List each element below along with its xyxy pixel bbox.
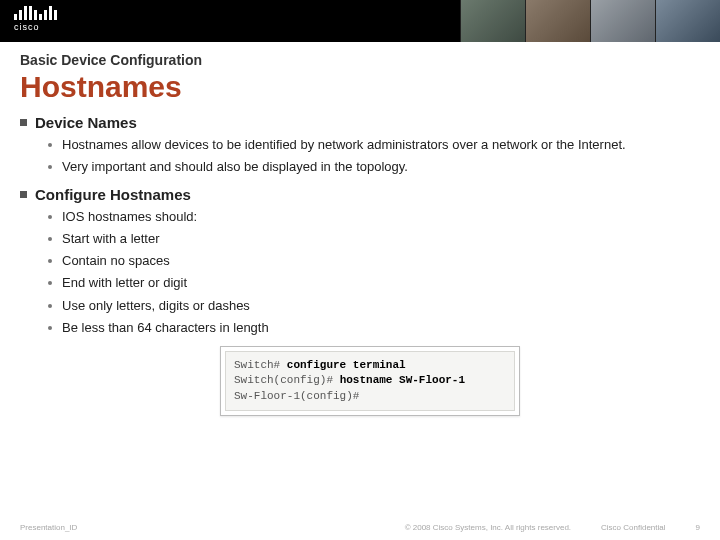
list-item: End with letter or digit	[48, 275, 700, 291]
slide-kicker: Basic Device Configuration	[20, 52, 700, 68]
list-text: IOS hostnames should:	[62, 209, 197, 225]
footer-copyright: © 2008 Cisco Systems, Inc. All rights re…	[405, 523, 571, 532]
section-heading-row: Configure Hostnames	[20, 186, 700, 203]
section-heading-row: Device Names	[20, 114, 700, 131]
term-cmd: configure terminal	[287, 359, 406, 371]
bullet-icon	[48, 326, 52, 330]
term-prompt: Switch(config)#	[234, 374, 340, 386]
bullet-icon	[48, 143, 52, 147]
bullet-icon	[48, 165, 52, 169]
bullet-icon	[48, 237, 52, 241]
square-bullet-icon	[20, 119, 27, 126]
terminal-output: Switch# configure terminal Switch(config…	[225, 351, 515, 411]
logo-bars-icon	[14, 4, 57, 20]
list-text: End with letter or digit	[62, 275, 187, 291]
list-text: Be less than 64 characters in length	[62, 320, 269, 336]
terminal-box: Switch# configure terminal Switch(config…	[220, 346, 520, 416]
list-text: Start with a letter	[62, 231, 160, 247]
term-prompt: Switch#	[234, 359, 287, 371]
list-text: Use only letters, digits or dashes	[62, 298, 250, 314]
square-bullet-icon	[20, 191, 27, 198]
footer-confidential: Cisco Confidential	[601, 523, 665, 532]
list-item: Be less than 64 characters in length	[48, 320, 700, 336]
list-item: Contain no spaces	[48, 253, 700, 269]
banner-photo-strip	[460, 0, 720, 42]
sub-list: Hostnames allow devices to be identified…	[48, 137, 700, 176]
bullet-icon	[48, 281, 52, 285]
slide-content: Basic Device Configuration Hostnames Dev…	[0, 42, 720, 416]
page-number: 9	[696, 523, 700, 532]
list-item: Start with a letter	[48, 231, 700, 247]
list-text: Contain no spaces	[62, 253, 170, 269]
sub-list: IOS hostnames should: Start with a lette…	[48, 209, 700, 337]
section-title: Device Names	[35, 114, 137, 131]
footer-left: Presentation_ID	[20, 523, 77, 532]
bullet-icon	[48, 215, 52, 219]
cisco-logo: cisco	[14, 4, 57, 32]
slide-title: Hostnames	[20, 70, 700, 104]
bullet-icon	[48, 259, 52, 263]
term-cmd: hostname SW-Floor-1	[340, 374, 465, 386]
list-text: Hostnames allow devices to be identified…	[62, 137, 626, 153]
slide-footer: Presentation_ID © 2008 Cisco Systems, In…	[0, 523, 720, 532]
logo-text: cisco	[14, 22, 57, 32]
term-prompt: Sw-Floor-1(config)#	[234, 390, 359, 402]
bullet-icon	[48, 304, 52, 308]
list-item: IOS hostnames should:	[48, 209, 700, 225]
list-text: Very important and should also be displa…	[62, 159, 408, 175]
top-banner: cisco	[0, 0, 720, 42]
list-item: Hostnames allow devices to be identified…	[48, 137, 700, 153]
list-item: Very important and should also be displa…	[48, 159, 700, 175]
list-item: Use only letters, digits or dashes	[48, 298, 700, 314]
footer-right-group: © 2008 Cisco Systems, Inc. All rights re…	[405, 523, 700, 532]
section-title: Configure Hostnames	[35, 186, 191, 203]
